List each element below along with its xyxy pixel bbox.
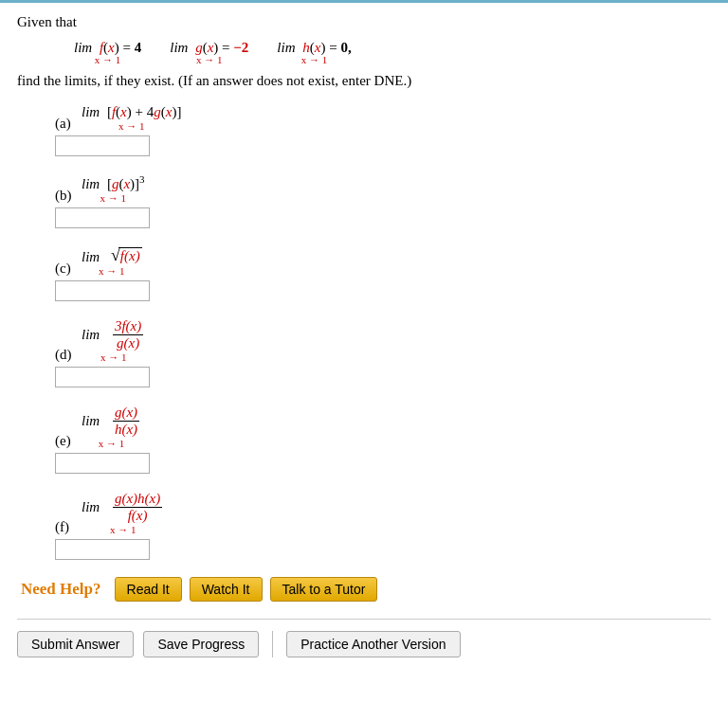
read-it-button[interactable]: Read It: [115, 577, 182, 602]
find-text: find the limits, if they exist. (If an a…: [17, 73, 711, 89]
part-f-letter: (f): [55, 519, 74, 535]
watch-it-button[interactable]: Watch It: [190, 577, 263, 602]
part-d: (d) lim 3f(x) g(x) x → 1: [17, 318, 711, 387]
save-progress-button[interactable]: Save Progress: [143, 631, 259, 657]
practice-another-version-button[interactable]: Practice Another Version: [286, 631, 460, 657]
part-a-label: (a) lim [f(x) + 4g(x)] x → 1: [55, 104, 711, 132]
talk-to-tutor-button[interactable]: Talk to a Tutor: [270, 577, 378, 602]
part-c-label: (c) lim √ f(x) x → 1: [55, 245, 711, 277]
part-e-expr: lim g(x) h(x) x → 1: [82, 405, 141, 449]
need-help-row: Need Help? Read It Watch It Talk to a Tu…: [17, 577, 711, 602]
part-d-input[interactable]: [55, 367, 150, 387]
part-e-input[interactable]: [55, 453, 150, 474]
top-border: [0, 0, 728, 3]
part-a-expr: lim [f(x) + 4g(x)] x → 1: [82, 104, 181, 132]
part-a-letter: (a): [55, 116, 74, 132]
part-d-letter: (d): [55, 347, 74, 363]
need-help-label: Need Help?: [21, 580, 101, 599]
given-text: Given that: [17, 14, 711, 30]
limits-display: lim f(x) = 4 x → 1 lim g(x) = −2 x → 1 l…: [74, 40, 654, 65]
limit-gx: lim g(x) = −2 x → 1: [170, 40, 248, 65]
part-b-input[interactable]: [55, 207, 150, 228]
part-b-label: (b) lim [g(x)]3 x → 1: [55, 173, 711, 204]
part-b-letter: (b): [55, 188, 74, 204]
part-c-input[interactable]: [55, 280, 150, 301]
part-f-label: (f) lim g(x)h(x) f(x) x → 1: [55, 491, 711, 535]
part-b: (b) lim [g(x)]3 x → 1: [17, 173, 711, 228]
limit-hx: lim h(x) = 0, x → 1: [277, 40, 351, 65]
part-f: (f) lim g(x)h(x) f(x) x → 1: [17, 491, 711, 560]
separator: [272, 631, 273, 657]
part-e-letter: (e): [55, 433, 74, 449]
part-f-expr: lim g(x)h(x) f(x) x → 1: [82, 491, 164, 535]
part-d-label: (d) lim 3f(x) g(x) x → 1: [55, 318, 711, 363]
part-a: (a) lim [f(x) + 4g(x)] x → 1: [17, 104, 711, 156]
part-e-label: (e) lim g(x) h(x) x → 1: [55, 405, 711, 449]
part-c: (c) lim √ f(x) x → 1: [17, 245, 711, 301]
limit-fx: lim f(x) = 4 x → 1: [74, 40, 141, 65]
part-e: (e) lim g(x) h(x) x → 1: [17, 405, 711, 474]
part-a-input[interactable]: [55, 135, 150, 156]
part-c-letter: (c): [55, 261, 74, 277]
bottom-bar: Submit Answer Save Progress Practice Ano…: [17, 619, 711, 657]
submit-answer-button[interactable]: Submit Answer: [17, 631, 134, 657]
part-b-expr: lim [g(x)]3 x → 1: [82, 173, 145, 204]
part-d-expr: lim 3f(x) g(x) x → 1: [82, 318, 145, 363]
part-c-expr: lim √ f(x) x → 1: [82, 245, 142, 277]
part-f-input[interactable]: [55, 539, 150, 560]
